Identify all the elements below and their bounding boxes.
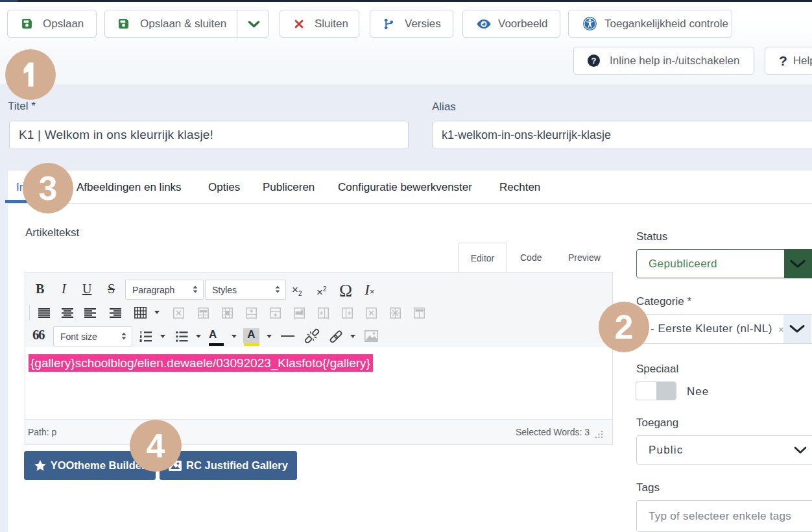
svg-text:?: ? (591, 56, 597, 66)
